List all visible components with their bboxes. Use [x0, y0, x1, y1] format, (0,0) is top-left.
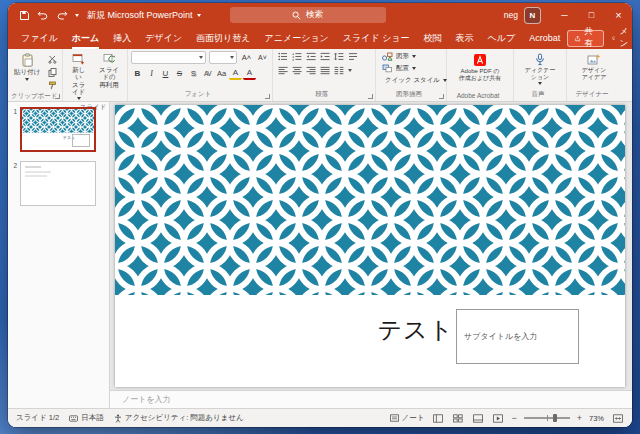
- tab-slideshow[interactable]: スライド ショー: [336, 27, 417, 49]
- paste-button[interactable]: 貼り付け: [11, 51, 43, 83]
- highlight-color-button[interactable]: A: [229, 67, 242, 80]
- drawing-dialog-launcher[interactable]: [439, 94, 444, 99]
- share-icon: [575, 34, 580, 43]
- decrease-font-button[interactable]: A˅: [256, 52, 269, 63]
- clipboard-dialog-launcher[interactable]: [55, 94, 60, 99]
- ribbon-group-designer: デザイン アイデア デザイナー: [567, 49, 621, 101]
- paragraph-dialog-launcher[interactable]: [368, 94, 373, 99]
- quick-styles-button[interactable]: クイック スタイル: [379, 75, 443, 86]
- search-input[interactable]: 検索: [230, 7, 386, 23]
- line-spacing-button[interactable]: [332, 51, 345, 62]
- qat-customize-caret-icon[interactable]: [75, 14, 79, 17]
- justify-button[interactable]: [318, 65, 331, 76]
- increase-indent-button[interactable]: [318, 51, 331, 62]
- arrange-button[interactable]: 配置: [379, 63, 443, 74]
- create-pdf-button[interactable]: Adobe PDF の 作成および共有: [456, 51, 504, 84]
- tab-transitions[interactable]: 画面切り替え: [189, 27, 257, 49]
- strikethrough-button[interactable]: S: [173, 68, 186, 79]
- reuse-slides-button[interactable]: スライドの 再利用: [94, 51, 124, 90]
- zoom-in-button[interactable]: +: [577, 414, 582, 423]
- accessibility-status[interactable]: アクセシビリティ: 問題ありません: [114, 413, 244, 423]
- align-right-button[interactable]: [304, 65, 317, 76]
- paragraph-more-caret-icon[interactable]: [348, 69, 352, 72]
- design-ideas-button[interactable]: デザイン アイデア: [579, 51, 610, 83]
- slide-indicator[interactable]: スライド 1/2: [16, 413, 59, 423]
- fit-to-window-button[interactable]: [611, 411, 624, 425]
- maximize-button[interactable]: □: [578, 3, 605, 27]
- numbering-button[interactable]: [290, 51, 303, 62]
- slide-thumbnail-2[interactable]: 2: [8, 161, 109, 206]
- notes-toggle-button[interactable]: ノート: [390, 413, 425, 423]
- slide-2-thumb[interactable]: [20, 161, 96, 206]
- title-dropdown-caret-icon[interactable]: [197, 14, 201, 17]
- align-center-button[interactable]: [290, 65, 303, 76]
- undo-icon[interactable]: [37, 9, 49, 21]
- decrease-indent-button[interactable]: [304, 51, 317, 62]
- tab-acrobat[interactable]: Acrobat: [522, 27, 567, 49]
- zoom-slider[interactable]: [524, 417, 570, 419]
- tab-insert[interactable]: 挿入: [106, 27, 138, 49]
- font-color-button[interactable]: A: [243, 67, 256, 80]
- font-dialog-launcher[interactable]: [265, 94, 270, 99]
- normal-view-button[interactable]: [431, 411, 444, 425]
- underline-button[interactable]: U: [159, 68, 172, 79]
- text-direction-button[interactable]: [346, 51, 359, 62]
- redo-icon[interactable]: [56, 9, 68, 21]
- cut-button[interactable]: [46, 54, 58, 65]
- reading-view-button[interactable]: [471, 411, 484, 425]
- ribbon-group-acrobat: Adobe PDF の 作成および共有 Adobe Acrobat: [447, 49, 514, 101]
- slide-subtitle-textbox[interactable]: サブタイトルを入力: [456, 309, 579, 363]
- columns-button[interactable]: [332, 65, 345, 76]
- bold-button[interactable]: B: [131, 68, 144, 79]
- tab-view[interactable]: 表示: [449, 27, 481, 49]
- slide-title-textbox[interactable]: テスト: [377, 314, 454, 346]
- language-indicator[interactable]: 日本語: [69, 413, 104, 423]
- notes-pane[interactable]: ノートを入力: [110, 390, 632, 408]
- format-painter-button[interactable]: [46, 80, 58, 91]
- zoom-slider-tick: [547, 415, 548, 421]
- character-spacing-button[interactable]: AV: [201, 68, 214, 79]
- text-shadow-button[interactable]: S: [187, 68, 200, 79]
- font-size-select[interactable]: [209, 51, 237, 64]
- ribbon: 貼り付け クリップボード: [8, 49, 632, 102]
- paste-caret-icon: [25, 78, 29, 81]
- save-icon[interactable]: [18, 9, 30, 21]
- slide-editor[interactable]: テスト サブタイトルを入力: [115, 105, 625, 387]
- minimize-button[interactable]: ─: [551, 3, 578, 27]
- slideshow-button[interactable]: [491, 411, 504, 425]
- tab-animations[interactable]: アニメーション: [258, 27, 336, 49]
- avatar[interactable]: N: [524, 7, 541, 24]
- ribbon-group-drawing: 図形 配置 クイック スタイル 図形描画: [376, 49, 447, 101]
- voice-group-label: 音声: [517, 89, 563, 100]
- tab-file[interactable]: ファイル: [14, 27, 65, 49]
- italic-button[interactable]: I: [145, 68, 158, 79]
- new-slide-button[interactable]: 新しい スライド: [66, 51, 91, 102]
- dictate-button[interactable]: ディクテー ション: [522, 51, 559, 87]
- align-left-button[interactable]: [276, 65, 289, 76]
- change-case-button[interactable]: Aa: [215, 68, 228, 79]
- font-size-caret-icon: [230, 56, 234, 59]
- increase-font-button[interactable]: A˄: [240, 52, 253, 63]
- share-button[interactable]: 共有: [567, 30, 604, 47]
- search-icon: [292, 11, 301, 20]
- shapes-button[interactable]: 図形: [379, 51, 443, 62]
- slide-1-thumb[interactable]: テスト: [20, 107, 96, 152]
- quick-access-toolbar: [8, 9, 79, 21]
- font-name-select[interactable]: [131, 51, 206, 64]
- close-button[interactable]: ×: [605, 3, 632, 27]
- copy-button[interactable]: [46, 67, 58, 78]
- zoom-slider-thumb[interactable]: [553, 414, 557, 422]
- shapes-caret-icon: [412, 55, 416, 58]
- zoom-level[interactable]: 73%: [589, 414, 604, 423]
- tab-review[interactable]: 校閲: [417, 27, 449, 49]
- tab-home[interactable]: ホーム: [65, 27, 106, 49]
- window-title: 新規 Microsoft PowerPoint: [87, 9, 201, 22]
- slide-thumbnail-1[interactable]: 1: [8, 107, 109, 152]
- tab-help[interactable]: ヘルプ: [481, 27, 523, 49]
- drawing-group-label: 図形描画: [379, 89, 443, 100]
- slide-sorter-view-button[interactable]: [451, 411, 464, 425]
- bullets-button[interactable]: [276, 51, 289, 62]
- user-name[interactable]: neg: [504, 10, 518, 20]
- tab-design[interactable]: デザイン: [138, 27, 189, 49]
- zoom-out-button[interactable]: −: [511, 414, 516, 423]
